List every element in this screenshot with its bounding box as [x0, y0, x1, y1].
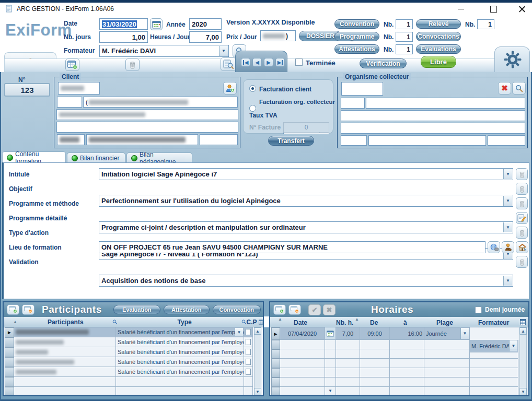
programme-methode-combobox[interactable]: Programme ci-joint / description et mani…: [99, 221, 513, 233]
empty-cell[interactable]: [424, 359, 470, 368]
cp-checkbox[interactable]: [246, 369, 251, 375]
participant-name-cell[interactable]: [14, 327, 116, 337]
participant-cp-cell[interactable]: [244, 357, 253, 367]
empty-cell[interactable]: [325, 349, 336, 359]
client-address1-input[interactable]: [56, 109, 238, 120]
nav-next-button[interactable]: ▶: [264, 58, 273, 67]
row-selector[interactable]: [271, 368, 280, 378]
attestations-button[interactable]: Attestations: [334, 44, 379, 54]
row-selector[interactable]: [5, 367, 14, 377]
empty-cell[interactable]: [360, 368, 390, 378]
client-code-input[interactable]: [58, 82, 100, 95]
empty-cell[interactable]: [280, 359, 325, 368]
add-participant-button[interactable]: [7, 304, 19, 315]
attestation-button[interactable]: Attestation: [164, 305, 210, 314]
horaire-plage-cell[interactable]: Journée ▼: [424, 327, 470, 340]
empty-cell[interactable]: [360, 349, 390, 359]
close-button[interactable]: [511, 3, 532, 15]
empty-cell[interactable]: [360, 359, 390, 368]
empty-cell[interactable]: [280, 378, 325, 387]
row-selector[interactable]: [271, 378, 280, 387]
sort-asc-icon[interactable]: ▲: [278, 317, 282, 322]
chevron-down-icon[interactable]: ▼: [503, 276, 512, 286]
participant-cp-cell[interactable]: [244, 327, 253, 337]
nav-last-button[interactable]: ▶: [275, 58, 285, 67]
empty-cell[interactable]: [360, 387, 390, 395]
empty-cell[interactable]: [390, 378, 424, 387]
nav-first-button[interactable]: ◀: [241, 58, 250, 67]
new-record-button[interactable]: [65, 58, 79, 71]
row-selector[interactable]: [5, 337, 14, 347]
cp-checkbox[interactable]: [246, 349, 251, 355]
empty-cell[interactable]: [336, 359, 360, 368]
organisme-extra-input[interactable]: [488, 135, 525, 146]
empty-cell[interactable]: [470, 387, 518, 395]
cp-checkbox[interactable]: [246, 339, 251, 345]
facturation-org-radio[interactable]: [249, 105, 256, 112]
participant-type-cell[interactable]: Salarié bénéficiant d'un financement par…: [116, 367, 244, 377]
intitule-combobox[interactable]: Initiation logiciel Sage Apinégoce i7 ▼: [99, 168, 513, 180]
empty-cell[interactable]: [325, 340, 336, 349]
row-selector[interactable]: [271, 340, 280, 349]
empty-cell[interactable]: [360, 340, 390, 349]
chevron-down-icon[interactable]: ▼: [503, 196, 512, 206]
programme-detaille-edit-button[interactable]: [516, 212, 528, 224]
maximize-button[interactable]: [483, 3, 504, 15]
type-action-delete-button[interactable]: [516, 227, 528, 239]
horaires-scrollbar[interactable]: [519, 327, 527, 395]
delete-record-button[interactable]: [125, 58, 140, 71]
chevron-down-icon[interactable]: ▼: [503, 222, 512, 232]
sort-asc-icon[interactable]: ▲: [13, 320, 17, 324]
horaire-calendar-button[interactable]: [325, 327, 336, 340]
horaire-a-cell[interactable]: 16:00: [390, 327, 424, 340]
objectif-combobox[interactable]: Perfectionnement sur l'utilisation du lo…: [99, 195, 513, 207]
empty-cell[interactable]: [424, 349, 470, 359]
participant-type-cell[interactable]: Salarié bénéficiant d'un financement par…: [116, 357, 244, 367]
horaire-nbh-cell[interactable]: 7,00: [336, 327, 360, 340]
lieu-web-button[interactable]: [488, 241, 500, 253]
convocation-button[interactable]: Convocation: [213, 305, 261, 314]
row-selector[interactable]: ►: [5, 327, 14, 337]
client-city-input[interactable]: [86, 134, 198, 145]
add-horaire-button[interactable]: [273, 304, 286, 315]
empty-cell[interactable]: [390, 349, 424, 359]
participant-cp-cell[interactable]: [244, 337, 253, 347]
settings-tab[interactable]: [494, 46, 530, 72]
chevron-down-icon[interactable]: ▼: [219, 46, 228, 56]
nb-programme-input[interactable]: 1: [396, 32, 413, 42]
row-selector[interactable]: [5, 377, 14, 387]
releve-button[interactable]: Relevé: [416, 19, 461, 29]
empty-cell[interactable]: [470, 378, 518, 387]
empty-cell[interactable]: [336, 378, 360, 387]
prix-jour-input[interactable]: ): [260, 30, 296, 41]
empty-cell[interactable]: [470, 359, 518, 368]
libre-button[interactable]: Libre: [421, 56, 456, 68]
empty-cell[interactable]: [244, 377, 253, 387]
minimize-button[interactable]: [450, 3, 471, 15]
empty-cell[interactable]: [390, 387, 424, 395]
table-columns-icon[interactable]: [259, 319, 263, 325]
client-address2-input[interactable]: [56, 122, 238, 133]
lieu-site-button[interactable]: [516, 241, 528, 253]
programme-methode-delete-button[interactable]: [516, 197, 528, 209]
lieu-contact-button[interactable]: [502, 241, 514, 253]
empty-cell[interactable]: [244, 387, 253, 395]
preview-search-button[interactable]: [221, 57, 236, 71]
participants-scrollbar[interactable]: [254, 327, 261, 395]
empty-cell[interactable]: [390, 359, 424, 368]
nb-convention-input[interactable]: 1: [396, 19, 413, 29]
participant-name-cell[interactable]: [14, 367, 116, 377]
client-extra-input[interactable]: [200, 134, 238, 145]
empty-calendar-cell[interactable]: ▼: [325, 387, 336, 395]
annee-input[interactable]: 2020: [189, 18, 222, 30]
row-selector[interactable]: [5, 347, 14, 357]
type-action-combobox[interactable]: Acquisition des notions de base ▼: [99, 275, 513, 287]
search-icon[interactable]: [112, 319, 118, 325]
empty-cell[interactable]: [336, 340, 360, 349]
participant-type-cell[interactable]: Salarié bénéficiant d'un financement par…: [116, 347, 244, 357]
empty-cell[interactable]: [280, 349, 325, 359]
scroll-up-icon[interactable]: ▲: [254, 327, 261, 335]
empty-cell[interactable]: [470, 349, 518, 359]
empty-cell[interactable]: [424, 368, 470, 378]
empty-cell[interactable]: [470, 340, 518, 349]
